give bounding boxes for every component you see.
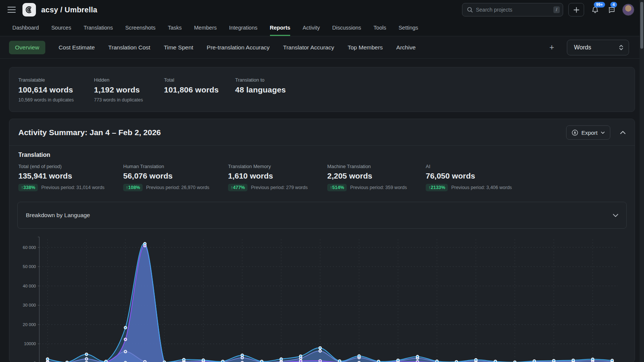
nav-tab-discussions[interactable]: Discussions <box>332 19 361 36</box>
nav-tab-members[interactable]: Members <box>194 19 216 36</box>
report-tab-pre-translation-accuracy[interactable]: Pre-translation Accuracy <box>207 44 270 51</box>
export-download-icon <box>572 130 578 136</box>
reports-subnav: OverviewCost EstimateTranslation CostTim… <box>0 36 644 59</box>
report-tab-top-members[interactable]: Top Members <box>347 44 383 51</box>
unit-select-value: Words <box>574 44 591 51</box>
metric-label: Machine Translation <box>327 164 420 169</box>
metric-ai: AI76,050 words↑2133%Previous period: 3,4… <box>426 164 517 191</box>
logo-glyph-icon <box>25 5 34 14</box>
export-label: Export <box>581 130 598 136</box>
translation-metrics-row: Total (end of period)135,941 words↑338%P… <box>9 158 635 199</box>
metric-label: Total (end of period) <box>18 164 118 169</box>
search-icon <box>467 7 473 13</box>
metric-value: 76,050 words <box>426 171 512 180</box>
metric-human-translation: Human Translation56,076 words↑108%Previo… <box>123 164 228 191</box>
search-box[interactable]: / <box>462 3 563 16</box>
page-scrollbar[interactable] <box>640 0 644 362</box>
metric-value: 135,941 words <box>18 171 118 180</box>
breakdown-by-language-panel[interactable]: Breakdown by Language <box>17 202 627 229</box>
stat-subtext: 10,569 words in duplicates <box>18 97 88 103</box>
nav-tab-screenshots[interactable]: Screenshots <box>125 19 156 36</box>
metric-label: Human Translation <box>123 164 223 169</box>
messages-count-badge: 4 <box>610 2 617 7</box>
delta-badge: ↑477% <box>228 184 247 191</box>
metric-label: Translation Memory <box>228 164 322 169</box>
metric-bottom: ↑2133%Previous period: 3,406 words <box>426 184 512 191</box>
report-tab-translator-accuracy[interactable]: Translator Accuracy <box>283 44 334 51</box>
previous-period-text: Previous period: 359 words <box>350 185 407 190</box>
nav-tab-tools[interactable]: Tools <box>374 19 386 36</box>
top-bar: acsy / Umbrella / 99+ <box>0 0 644 19</box>
report-tab-cost-estimate[interactable]: Cost Estimate <box>59 44 95 51</box>
stat-total: Total101,806 words <box>164 77 235 103</box>
export-button[interactable]: Export <box>566 125 610 140</box>
stat-label: Translatable <box>18 77 88 83</box>
word-stats-card: Translatable100,614 words10,569 words in… <box>9 67 635 112</box>
hamburger-menu-icon[interactable] <box>7 7 16 13</box>
metric-value: 2,205 words <box>327 171 420 180</box>
stat-subtext: 773 words in duplicates <box>94 97 158 103</box>
previous-period-text: Previous period: 279 words <box>251 185 307 190</box>
report-tab-time-spent[interactable]: Time Spent <box>164 44 193 51</box>
metric-translation-memory: Translation Memory1,610 words↑477%Previo… <box>228 164 327 191</box>
page-title: acsy / Umbrella <box>41 6 97 14</box>
translation-section-title: Translation <box>9 146 635 158</box>
scrollbar-thumb[interactable] <box>640 2 643 49</box>
stat-value: 100,614 words <box>18 85 88 94</box>
report-tab-translation-cost[interactable]: Translation Cost <box>108 44 150 51</box>
metric-machine-translation: Machine Translation2,205 words↑514%Previ… <box>327 164 426 191</box>
nav-tab-translations[interactable]: Translations <box>83 19 113 36</box>
report-tab-overview[interactable]: Overview <box>9 41 45 54</box>
search-shortcut-key: / <box>553 6 560 13</box>
stat-value: 1,192 words <box>94 85 158 94</box>
stat-hidden: Hidden1,192 words773 words in duplicates <box>94 77 164 103</box>
notifications-count-badge: 99+ <box>594 2 605 7</box>
stat-value: 101,806 words <box>164 85 229 94</box>
nav-tab-activity[interactable]: Activity <box>303 19 320 36</box>
previous-period-text: Previous period: 31,014 words <box>41 185 104 190</box>
stat-label: Hidden <box>94 77 158 83</box>
delta-badge: ↑2133% <box>426 184 448 191</box>
notifications-button[interactable]: 99+ <box>589 4 601 15</box>
report-tab-archive[interactable]: Archive <box>396 44 416 51</box>
previous-period-text: Previous period: 26,970 words <box>146 185 209 190</box>
activity-chart-wrap: 01000020 00030 00040 00050 00060 0004 Ja… <box>9 229 635 362</box>
metric-bottom: ↑477%Previous period: 279 words <box>228 184 322 191</box>
nav-tab-tasks[interactable]: Tasks <box>168 19 182 36</box>
search-input[interactable] <box>476 7 550 13</box>
metric-value: 1,610 words <box>228 171 322 180</box>
user-avatar[interactable] <box>622 4 634 16</box>
create-project-button[interactable] <box>568 3 584 16</box>
activity-summary-card: Activity Summary: Jan 4 – Feb 2, 2026 Ex… <box>9 119 635 362</box>
nav-tab-settings[interactable]: Settings <box>398 19 418 36</box>
nav-tab-reports[interactable]: Reports <box>270 19 291 36</box>
delta-badge: ↑514% <box>327 184 347 191</box>
metric-value: 56,076 words <box>123 171 223 180</box>
primary-nav: DashboardSourcesTranslationsScreenshotsT… <box>0 19 644 36</box>
unit-select[interactable]: Words <box>567 40 629 55</box>
delta-badge: ↑338% <box>18 184 38 191</box>
export-caret-icon <box>601 131 605 134</box>
nav-tab-dashboard[interactable]: Dashboard <box>12 19 39 36</box>
delta-badge: ↑108% <box>123 184 143 191</box>
metric-total-end-of-period-: Total (end of period)135,941 words↑338%P… <box>18 164 123 191</box>
chevron-down-icon <box>613 214 618 217</box>
plus-icon <box>574 7 579 13</box>
previous-period-text: Previous period: 3,406 words <box>451 185 512 190</box>
stat-label: Translation to <box>235 77 286 83</box>
messages-button[interactable]: 4 <box>606 4 617 15</box>
svg-text:20 000: 20 000 <box>23 322 36 327</box>
add-report-button[interactable]: + <box>549 43 554 52</box>
nav-tab-integrations[interactable]: Integrations <box>229 19 258 36</box>
stat-value: 48 languages <box>235 85 286 94</box>
svg-text:30 000: 30 000 <box>23 303 36 307</box>
select-updown-icon <box>619 45 623 51</box>
svg-text:40 000: 40 000 <box>23 284 36 288</box>
metric-bottom: ↑108%Previous period: 26,970 words <box>123 184 223 191</box>
svg-text:60 000: 60 000 <box>23 245 36 250</box>
project-logo[interactable] <box>22 3 36 16</box>
collapse-section-button[interactable] <box>620 131 626 134</box>
svg-text:10000: 10000 <box>24 341 36 346</box>
nav-tab-sources[interactable]: Sources <box>51 19 71 36</box>
svg-text:50 000: 50 000 <box>23 264 36 269</box>
